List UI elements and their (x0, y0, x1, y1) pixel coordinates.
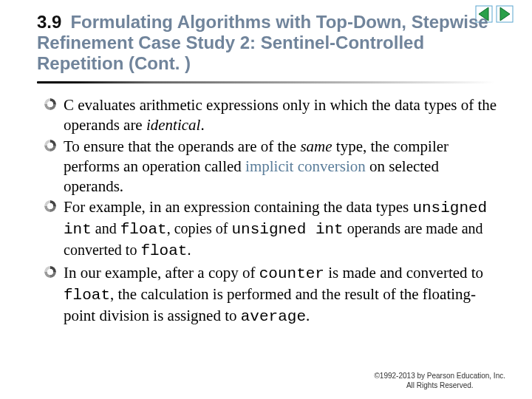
text: To ensure that the operands are of the (64, 137, 300, 155)
text: , copies of (167, 220, 232, 236)
text-code: counter (259, 265, 324, 282)
section-title: Formulating Algorithms with Top-Down, St… (37, 12, 488, 73)
copyright-line1: ©1992-2013 by Pearson Education, Inc. (375, 372, 506, 381)
bullet-list: C evaluates arithmetic expressions only … (44, 95, 502, 327)
section-number: 3.9 (37, 12, 61, 32)
list-item: For example, in an expression containing… (44, 197, 502, 262)
copyright-footer: ©1992-2013 by Pearson Education, Inc. Al… (375, 372, 506, 390)
slide-content: C evaluates arithmetic expressions only … (0, 83, 532, 327)
text: In our example, after a copy of (64, 264, 259, 282)
text: is made and converted to (324, 264, 483, 282)
list-item: C evaluates arithmetic expressions only … (44, 95, 502, 135)
text: . (187, 242, 191, 258)
list-item: In our example, after a copy of counter … (44, 263, 502, 327)
copyright-line2: All Rights Reserved. (375, 381, 506, 391)
text: . (200, 116, 204, 134)
text-code: float (140, 242, 187, 259)
slide: 3.9 Formulating Algorithms with Top-Down… (0, 0, 532, 399)
text-italic: same (300, 137, 332, 155)
text: and (92, 220, 120, 236)
slide-title: 3.9 Formulating Algorithms with Top-Down… (0, 0, 532, 77)
list-item: To ensure that the operands are of the s… (44, 137, 502, 197)
text: . (306, 307, 310, 324)
text-code: average (241, 308, 306, 325)
text: For example, in an expression containing… (64, 198, 412, 216)
text-code: float (64, 287, 110, 304)
text-code: float (120, 221, 167, 238)
text-code: unsigned int (231, 221, 343, 238)
text-italic: identical (146, 116, 200, 134)
text-keyword: implicit conversion (245, 157, 366, 175)
text: C evaluates arithmetic expressions only … (64, 96, 497, 134)
